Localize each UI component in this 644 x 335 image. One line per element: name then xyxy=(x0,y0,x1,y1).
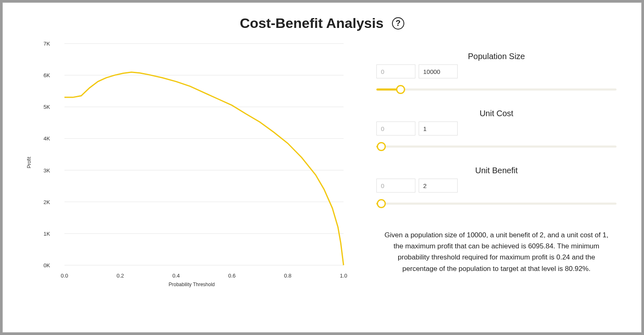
x-tick: 1.0 xyxy=(340,273,347,279)
population-inputs xyxy=(376,64,616,78)
population-slider[interactable] xyxy=(376,84,616,95)
help-icon[interactable]: ? xyxy=(392,17,404,30)
population-control: Population Size xyxy=(376,52,616,95)
profit-chart: Profit 0K1K2K3K4K5K6K7K 0.00.20.40.60.81… xyxy=(28,39,356,286)
slider-thumb[interactable] xyxy=(377,199,386,208)
unit-cost-label: Unit Cost xyxy=(376,109,616,118)
x-tick: 0.4 xyxy=(172,273,180,279)
population-min-input[interactable] xyxy=(376,64,415,78)
y-tick: 0K xyxy=(30,262,50,268)
y-tick: 2K xyxy=(30,199,50,205)
title-row: Cost-Benefit Analysis ? xyxy=(28,15,616,31)
unit-benefit-label: Unit Benefit xyxy=(376,166,616,175)
population-label: Population Size xyxy=(376,52,616,61)
unit-benefit-slider[interactable] xyxy=(376,198,616,209)
slider-thumb[interactable] xyxy=(377,142,386,151)
unit-cost-control: Unit Cost xyxy=(376,109,616,152)
cost-benefit-panel: Cost-Benefit Analysis ? Profit 0K1K2K3K4… xyxy=(2,2,642,333)
unit-cost-inputs xyxy=(376,122,616,135)
unit-cost-value-input[interactable] xyxy=(419,122,458,135)
slider-track xyxy=(376,146,616,148)
unit-cost-slider[interactable] xyxy=(376,141,616,152)
slider-thumb[interactable] xyxy=(396,85,405,94)
x-tick: 0.8 xyxy=(284,273,291,279)
unit-cost-min-input[interactable] xyxy=(376,122,415,135)
content-row: Profit 0K1K2K3K4K5K6K7K 0.00.20.40.60.81… xyxy=(28,39,616,286)
x-tick: 0.2 xyxy=(117,273,124,279)
chart-column: Profit 0K1K2K3K4K5K6K7K 0.00.20.40.60.81… xyxy=(28,39,356,286)
x-tick: 0.0 xyxy=(61,273,68,279)
unit-benefit-inputs xyxy=(376,179,616,193)
unit-benefit-control: Unit Benefit xyxy=(376,166,616,209)
y-tick: 4K xyxy=(30,135,50,142)
page-title: Cost-Benefit Analysis xyxy=(240,15,383,31)
x-tick: 0.6 xyxy=(228,273,236,279)
y-tick: 1K xyxy=(30,230,50,236)
y-tick: 3K xyxy=(30,167,50,173)
controls-column: Population Size Unit Cost xyxy=(376,39,616,286)
chart-svg xyxy=(52,39,348,278)
unit-benefit-value-input[interactable] xyxy=(419,179,458,193)
x-axis-label: Probability Threshold xyxy=(169,282,215,287)
y-tick-labels: 0K1K2K3K4K5K6K7K xyxy=(28,39,50,269)
population-value-input[interactable] xyxy=(419,64,458,78)
y-tick: 7K xyxy=(30,41,50,47)
unit-benefit-min-input[interactable] xyxy=(376,179,415,193)
x-tick-labels: 0.00.20.40.60.81.0 xyxy=(52,273,348,281)
y-tick: 6K xyxy=(30,72,50,78)
y-tick: 5K xyxy=(30,104,50,110)
slider-track xyxy=(376,89,616,91)
summary-text: Given a population size of 10000, a unit… xyxy=(376,229,616,274)
slider-track xyxy=(376,203,616,205)
